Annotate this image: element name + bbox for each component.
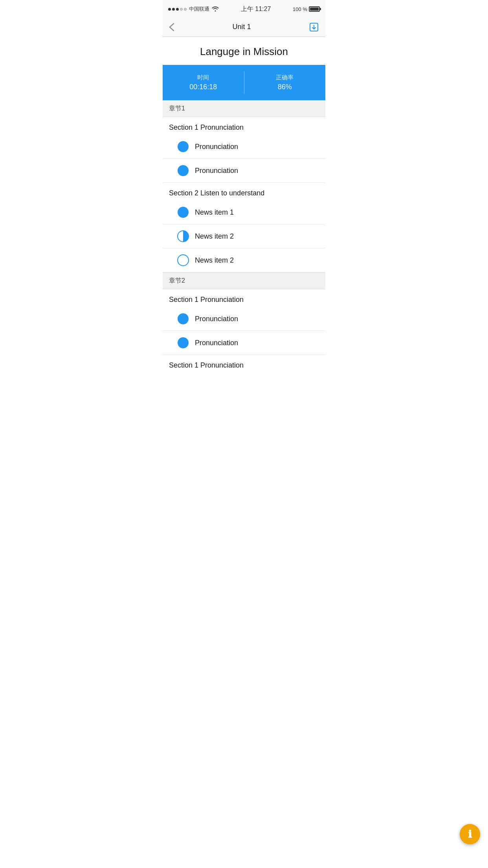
empty-circle-icon <box>177 254 189 267</box>
accuracy-value: 86% <box>278 83 292 91</box>
section-header-4: Section 1 Pronunciation <box>163 355 325 373</box>
nav-bar: Unit 1 <box>163 17 325 37</box>
list-item[interactable]: Pronunciation <box>163 135 325 159</box>
svg-point-3 <box>178 207 189 218</box>
item-label: Pronunciation <box>195 167 238 175</box>
stat-time: 时间 00:16:18 <box>163 65 244 100</box>
section-header-1: Section 1 Pronunciation <box>163 117 325 135</box>
signal-dot-5 <box>184 8 187 11</box>
full-circle-icon <box>177 337 189 349</box>
page-title-section: Languge in Mission <box>163 37 325 65</box>
battery-percent: 100 % <box>293 6 307 12</box>
item-label: News item 1 <box>195 208 234 217</box>
battery-fill <box>310 7 319 11</box>
list-item[interactable]: Pronunciation <box>163 307 325 331</box>
stats-banner: 时间 00:16:18 正确率 86% <box>163 65 325 100</box>
signal-dots <box>168 8 187 11</box>
chapter-header-1: 章节1 <box>163 100 325 117</box>
item-label: Pronunciation <box>195 315 238 323</box>
carrier-label: 中国联通 <box>189 6 209 13</box>
svg-point-5 <box>178 255 189 266</box>
page-title: Languge in Mission <box>169 46 319 58</box>
svg-point-1 <box>178 141 189 152</box>
half-circle-icon <box>177 230 189 243</box>
battery-icon <box>309 6 320 12</box>
status-right: 100 % <box>293 6 320 12</box>
status-time: 上午 11:27 <box>241 5 271 13</box>
section-header-3: Section 1 Pronunciation <box>163 289 325 307</box>
time-value: 00:16:18 <box>189 83 217 91</box>
back-button[interactable] <box>169 23 174 31</box>
stat-accuracy: 正确率 86% <box>244 65 326 100</box>
item-label: News item 2 <box>195 232 234 241</box>
section-header-2: Section 2 Listen to understand <box>163 183 325 200</box>
svg-point-7 <box>178 337 189 348</box>
item-label: Pronunciation <box>195 339 238 347</box>
status-left: 中国联通 <box>168 6 219 13</box>
signal-dot-2 <box>172 8 175 11</box>
svg-point-6 <box>178 313 189 324</box>
accuracy-label: 正确率 <box>276 74 294 81</box>
time-label: 时间 <box>197 74 209 81</box>
list-item[interactable]: News item 2 <box>163 248 325 272</box>
full-circle-icon <box>177 140 189 153</box>
signal-dot-3 <box>176 8 179 11</box>
signal-dot-4 <box>180 8 183 11</box>
list-item[interactable]: News item 2 <box>163 224 325 248</box>
chapter-header-2: 章节2 <box>163 272 325 289</box>
list-item[interactable]: News item 1 <box>163 200 325 224</box>
list-item[interactable]: Pronunciation <box>163 331 325 355</box>
nav-title: Unit 1 <box>232 23 251 31</box>
item-label: News item 2 <box>195 256 234 265</box>
signal-dot-1 <box>168 8 171 11</box>
full-circle-icon <box>177 164 189 177</box>
item-label: Pronunciation <box>195 143 238 151</box>
wifi-icon <box>212 6 219 13</box>
svg-point-2 <box>178 165 189 176</box>
status-bar: 中国联通 上午 11:27 100 % <box>163 0 325 17</box>
download-button[interactable] <box>309 22 319 32</box>
list-item[interactable]: Pronunciation <box>163 159 325 183</box>
full-circle-icon <box>177 313 189 325</box>
full-circle-icon <box>177 206 189 219</box>
